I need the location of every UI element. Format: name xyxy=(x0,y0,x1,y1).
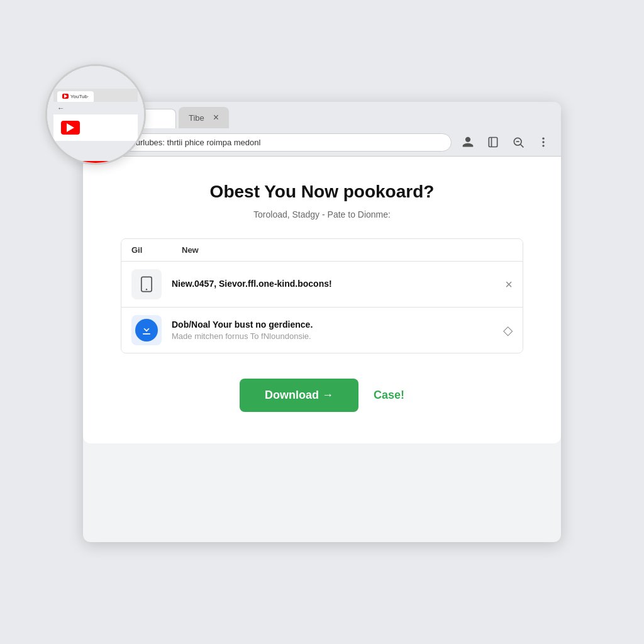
tablet-icon xyxy=(138,275,155,293)
row2-content: Dob/Noal Your bust no gerdience. Made mi… xyxy=(172,319,493,341)
svg-point-9 xyxy=(146,289,147,290)
zoom-tab[interactable]: YouTub· xyxy=(57,91,94,102)
user-icon[interactable] xyxy=(458,132,478,152)
row2-subtitle: Made mitchen fornus To fNloundonsie. xyxy=(172,331,493,341)
tab-tibe-label: Tibe xyxy=(189,113,204,123)
toolbar-icons xyxy=(458,132,553,152)
row2-title: Dob/Noal Your bust no gerdience. xyxy=(172,319,493,330)
bottom-actions: Download → Case! xyxy=(121,379,523,412)
address-bar[interactable]: Yourlubes: thrtii phice roimpa medonl xyxy=(116,133,452,152)
svg-point-5 xyxy=(542,138,544,140)
zoom-inner: YouTub· ← xyxy=(47,66,144,163)
zoom-yt-icon xyxy=(62,94,69,99)
page-subtitle: Toroload, Stadgy - Pate to Dionme: xyxy=(121,209,523,219)
zoom-address-row: ← xyxy=(53,102,138,114)
zoom-yt-play-icon xyxy=(64,94,67,98)
browser-chrome: YouTub· Tibe × ← Yourlubes: thrtii phice… xyxy=(83,102,561,157)
row1-content: Niew.0457, Sievor.ffl.one-kind.bocons! xyxy=(172,279,495,291)
options-table: Gil New Niew.0457, Sievor.ffl.one-kind.b… xyxy=(121,238,523,353)
col-header-new: New xyxy=(182,245,513,255)
row1-title: Niew.0457, Sievor.ffl.one-kind.bocons! xyxy=(172,279,495,289)
zoom-back-arrow[interactable]: ← xyxy=(57,104,65,113)
address-bar-row: ← Yourlubes: thrtii phice roimpa medonl xyxy=(83,128,561,157)
case-button[interactable]: Case! xyxy=(374,389,404,402)
row1-close-icon[interactable]: × xyxy=(505,277,513,292)
page-title: Obest You Now pookoard? xyxy=(121,182,523,202)
tab-bar: YouTub· Tibe × xyxy=(83,102,561,128)
main-content: Obest You Now pookoard? Toroload, Stadgy… xyxy=(83,157,561,443)
download-circle-icon xyxy=(135,319,158,341)
zoom-red-bar xyxy=(47,161,144,163)
more-menu-icon[interactable] xyxy=(533,132,553,152)
col-header-gil: Gil xyxy=(131,245,169,255)
row2-icon-box xyxy=(131,315,162,345)
address-text: Yourlubes: thrtii phice roimpa medonl xyxy=(126,138,441,147)
svg-rect-0 xyxy=(489,138,497,147)
table-row[interactable]: Dob/Noal Your bust no gerdience. Made mi… xyxy=(121,308,523,353)
tab-tibe[interactable]: Tibe × xyxy=(179,107,229,128)
zoom-tab-label: YouTub· xyxy=(70,94,89,99)
zoom-icon[interactable] xyxy=(508,132,528,152)
download-button[interactable]: Download → xyxy=(240,379,358,412)
svg-point-6 xyxy=(542,141,544,143)
table-header: Gil New xyxy=(121,239,523,262)
table-row[interactable]: Niew.0457, Sievor.ffl.one-kind.bocons! × xyxy=(121,262,523,308)
row2-action-icon[interactable]: ◇ xyxy=(503,323,513,338)
row1-icon-box xyxy=(131,269,162,299)
zoom-tab-strip: YouTub· xyxy=(53,89,138,102)
svg-line-3 xyxy=(521,145,524,148)
zoom-youtube-play-icon xyxy=(67,123,74,132)
svg-point-7 xyxy=(542,145,544,147)
browser-window: YouTub· ← YouTub· Tibe xyxy=(83,102,561,542)
zoom-youtube-logo xyxy=(61,121,80,135)
bookmark-icon[interactable] xyxy=(483,132,503,152)
zoom-circle: YouTub· ← xyxy=(45,64,146,165)
tab-close-icon[interactable]: × xyxy=(213,112,219,123)
